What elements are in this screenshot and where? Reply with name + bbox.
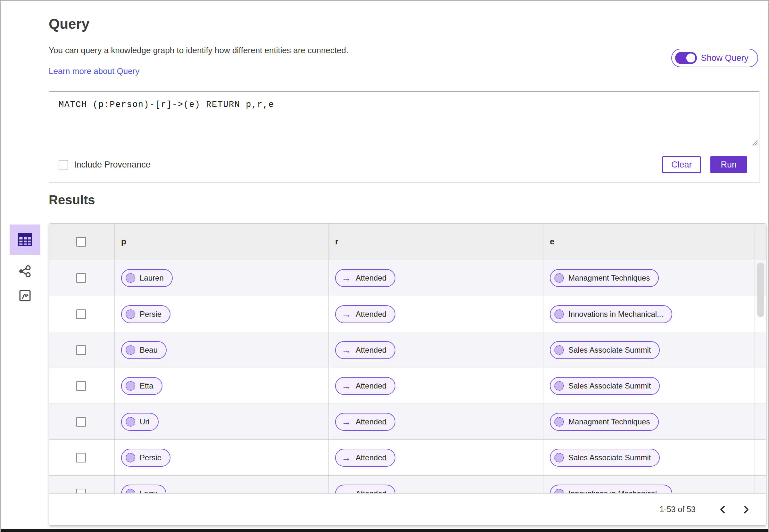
edge-pill[interactable]: → Attended (335, 413, 396, 431)
column-header-p: p (114, 224, 328, 260)
cell-e: Sales Associate Summit (543, 368, 755, 404)
row-checkbox[interactable] (76, 381, 86, 391)
select-all-checkbox[interactable] (76, 237, 86, 247)
pagination-range: 1-53 of 53 (659, 505, 696, 514)
pagination-bar: 1-53 of 53 (49, 493, 766, 525)
node-icon (554, 489, 564, 494)
edge-pill[interactable]: → Attended (335, 341, 396, 359)
row-scrollbar-spacer (755, 440, 766, 475)
cell-p: Persie (114, 296, 328, 332)
node-pill[interactable]: Beau (121, 341, 167, 359)
page-title: Query (49, 16, 89, 32)
edge-pill[interactable]: → Attended (335, 449, 396, 467)
node-pill[interactable]: Persie (121, 305, 170, 323)
node-icon (126, 381, 135, 391)
query-page: Query You can query a knowledge graph to… (0, 0, 769, 532)
arrow-right-icon: → (341, 309, 351, 319)
node-pill[interactable]: Uri (121, 413, 159, 431)
node-icon (126, 489, 135, 494)
cell-p: Larry (114, 476, 328, 493)
page-description: You can query a knowledge graph to ident… (49, 45, 348, 55)
node-pill[interactable]: Sales Associate Summit (550, 449, 660, 467)
edge-pill[interactable]: → Attended (335, 485, 396, 494)
table-view-icon (18, 233, 32, 246)
table-row: Etta → Attended Sales Associate Summit (49, 368, 766, 404)
table-view-button[interactable] (10, 225, 40, 255)
cell-p: Beau (114, 332, 328, 368)
node-pill[interactable]: Lauren (121, 269, 173, 287)
table-row: Uri → Attended Managment Techniques (49, 404, 766, 439)
window-bottom-edge (1, 529, 768, 532)
graph-view-button[interactable] (10, 264, 40, 279)
row-checkbox[interactable] (76, 345, 86, 355)
node-icon (554, 309, 564, 319)
toggle-knob (686, 53, 696, 63)
row-scrollbar-spacer (755, 476, 766, 493)
node-icon (126, 273, 135, 283)
row-checkbox[interactable] (76, 489, 86, 494)
cell-e: Managment Techniques (543, 404, 755, 439)
node-icon (554, 453, 564, 462)
include-provenance-label: Include Provenance (74, 160, 151, 170)
arrow-right-icon: → (341, 417, 351, 427)
header-scrollbar-spacer (755, 224, 766, 260)
results-table-viewport: p r e Lauren → Attended Managme (49, 224, 766, 493)
map-view-button[interactable] (10, 288, 40, 303)
table-row: Beau → Attended Sales Associate Summit (49, 332, 766, 368)
cell-e: Managment Techniques (543, 260, 755, 296)
arrow-right-icon: → (341, 489, 351, 494)
results-table-panel: p r e Lauren → Attended Managme (49, 223, 766, 526)
query-controls: Include Provenance Clear Run (49, 147, 759, 183)
node-icon (554, 273, 564, 283)
query-editor-panel: MATCH (p:Person)-[r]->(e) RETURN p,r,e I… (49, 91, 759, 183)
cell-e: Sales Associate Summit (543, 440, 755, 475)
node-pill[interactable]: Managment Techniques (550, 269, 659, 287)
cell-r: → Attended (328, 296, 543, 332)
cell-e: Innovations in Mechanical... (543, 476, 755, 493)
previous-page-button[interactable] (716, 503, 730, 517)
node-pill[interactable]: Sales Associate Summit (550, 341, 660, 359)
arrow-right-icon: → (341, 345, 351, 355)
table-body: Lauren → Attended Managment Techniques P… (49, 260, 766, 493)
node-icon (126, 309, 135, 319)
row-checkbox-cell (49, 332, 114, 368)
clear-button[interactable]: Clear (662, 156, 701, 173)
edge-pill[interactable]: → Attended (335, 377, 396, 395)
node-icon (126, 345, 135, 355)
cell-p: Lauren (114, 260, 328, 296)
arrow-right-icon: → (341, 273, 351, 283)
show-query-toggle[interactable]: Show Query (671, 49, 758, 67)
next-page-button[interactable] (739, 503, 753, 517)
row-checkbox[interactable] (76, 273, 86, 283)
results-heading: Results (49, 193, 95, 207)
include-provenance-option[interactable]: Include Provenance (59, 160, 151, 170)
row-checkbox[interactable] (76, 417, 86, 427)
node-pill[interactable]: Larry (121, 485, 166, 494)
cell-p: Etta (114, 368, 328, 404)
results-view-switcher (10, 225, 40, 303)
edge-pill[interactable]: → Attended (335, 305, 396, 323)
toggle-on-icon[interactable] (675, 52, 697, 64)
edge-pill[interactable]: → Attended (335, 269, 396, 287)
node-pill[interactable]: Innovations in Mechanical... (550, 485, 672, 494)
node-icon (126, 417, 135, 427)
row-checkbox[interactable] (76, 453, 86, 462)
cell-r: → Attended (328, 260, 543, 296)
table-row: Lauren → Attended Managment Techniques (49, 260, 766, 296)
learn-more-link[interactable]: Learn more about Query (49, 66, 139, 76)
chevron-left-icon (719, 505, 726, 514)
node-icon (554, 381, 564, 391)
include-provenance-checkbox[interactable] (59, 160, 68, 169)
run-button[interactable]: Run (710, 156, 747, 173)
node-pill[interactable]: Managment Techniques (550, 413, 659, 431)
node-pill[interactable]: Sales Associate Summit (550, 377, 660, 395)
node-pill[interactable]: Innovations in Mechanical... (550, 305, 672, 323)
vertical-scrollbar[interactable] (757, 263, 764, 317)
row-checkbox-cell (49, 296, 114, 332)
node-pill[interactable]: Persie (121, 449, 170, 467)
node-pill[interactable]: Etta (121, 377, 162, 395)
row-scrollbar-spacer (755, 404, 766, 439)
cell-p: Persie (114, 440, 328, 475)
query-input[interactable]: MATCH (p:Person)-[r]->(e) RETURN p,r,e (49, 92, 759, 147)
row-checkbox[interactable] (76, 309, 86, 319)
